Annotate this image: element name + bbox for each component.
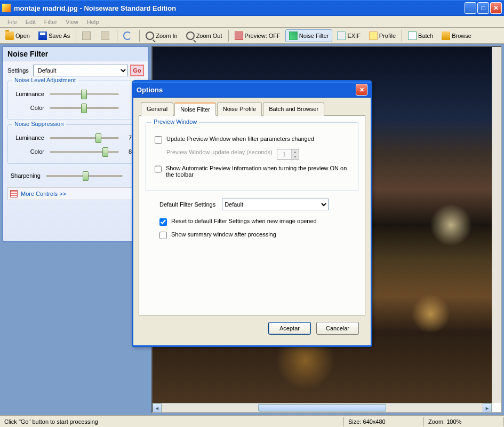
exif-button[interactable]: EXIF <box>333 29 364 42</box>
default-filter-label: Default Filter Settings <box>159 201 215 208</box>
cancel-button[interactable]: Cancelar <box>316 322 359 335</box>
tab-content: Preview Window Update Preview Window whe… <box>139 116 365 315</box>
show-summary-checkbox[interactable] <box>159 232 167 239</box>
spinner-up-icon[interactable]: ▲ <box>291 149 299 154</box>
default-filter-select[interactable]: Default <box>222 199 329 210</box>
undo-icon <box>123 31 132 40</box>
toolbar: Open Save As Zoom In Zoom Out Preview: O… <box>0 28 504 44</box>
status-size: Size: 640x480 <box>344 417 424 426</box>
noise-filter-button[interactable]: Noise Filter <box>285 29 333 42</box>
spinner-down-icon[interactable]: ▼ <box>291 154 299 159</box>
noise-filter-icon <box>289 31 298 40</box>
zoom-out-icon <box>186 31 195 40</box>
dialog-close-button[interactable]: ✕ <box>356 84 367 96</box>
preview-legend: Preview Window <box>151 118 199 125</box>
status-hint: Click "Go" button to start processing <box>0 417 344 426</box>
batch-icon <box>408 31 417 40</box>
statusbar: Click "Go" button to start processing Si… <box>0 415 504 427</box>
auto-preview-info-checkbox[interactable] <box>155 165 162 173</box>
titlebar: montaje madrid.jpg - Noiseware Standard … <box>0 0 504 16</box>
tab-noise-profile[interactable]: Noise Profile <box>217 102 262 116</box>
scroll-thumb[interactable] <box>258 404 387 412</box>
separator <box>117 30 117 42</box>
show-summary-label: Show summary window after processing <box>171 231 276 238</box>
scroll-left-arrow[interactable]: ◄ <box>153 404 162 413</box>
scroll-right-arrow[interactable]: ► <box>483 404 492 413</box>
nl-luminance-slider[interactable] <box>50 89 119 99</box>
menubar: File Edit Filter View Help <box>0 16 504 28</box>
menu-file[interactable]: File <box>3 17 21 27</box>
maximize-button[interactable]: □ <box>477 2 489 14</box>
preview-window-group: Preview Window Update Preview Window whe… <box>146 122 358 191</box>
save-icon <box>38 31 47 40</box>
sharpening-slider[interactable] <box>46 170 123 181</box>
status-zoom: Zoom: 100% <box>424 417 504 426</box>
zoom-in-icon <box>146 31 154 40</box>
app-icon <box>2 4 11 12</box>
color-label: Color <box>11 148 47 155</box>
open-button[interactable]: Open <box>2 29 34 42</box>
update-preview-checkbox[interactable] <box>155 136 162 144</box>
reset-default-label: Reset to default Filter Settings when ne… <box>171 218 317 224</box>
delay-spinner[interactable]: ▲▼ <box>277 149 299 160</box>
noise-level-legend: Noise Level Adjustment <box>12 77 78 83</box>
sharpening-label: Sharpening <box>7 172 44 179</box>
dialog-title: Options <box>137 86 356 94</box>
horizontal-scrollbar[interactable]: ◄ ► <box>153 403 492 412</box>
ns-luminance-slider[interactable] <box>50 132 119 143</box>
exif-icon <box>337 31 346 40</box>
delay-label: Preview Window update delay (seconds) <box>166 149 273 155</box>
settings-select[interactable]: Default <box>33 65 128 76</box>
more-controls-icon <box>10 190 18 197</box>
dialog-titlebar[interactable]: Options ✕ <box>133 82 371 98</box>
ns-color-slider[interactable] <box>50 146 119 157</box>
batch-button[interactable]: Batch <box>404 29 437 42</box>
noise-level-group: Noise Level Adjustment Luminance 0% Colo… <box>7 81 144 120</box>
reset-default-checkbox[interactable] <box>159 218 167 226</box>
luminance-label: Luminance <box>11 135 47 141</box>
tab-general[interactable]: General <box>141 102 173 116</box>
undo-button[interactable] <box>119 29 137 42</box>
panel-title: Noise Filter <box>3 47 148 61</box>
window-title: montaje madrid.jpg - Noiseware Standard … <box>14 4 463 12</box>
zoom-out-button[interactable]: Zoom Out <box>182 29 226 42</box>
separator <box>139 30 140 42</box>
minimize-button[interactable]: _ <box>465 2 476 14</box>
profile-icon <box>369 31 378 40</box>
options-dialog: Options ✕ General Noise Filter Noise Pro… <box>132 80 372 347</box>
menu-edit[interactable]: Edit <box>21 17 40 27</box>
zoom-in-button[interactable]: Zoom In <box>142 29 181 42</box>
nl-color-slider[interactable] <box>50 102 119 113</box>
preview-toggle-button[interactable]: Preview: OFF <box>231 29 284 42</box>
separator <box>228 30 229 42</box>
profile-button[interactable]: Profile <box>365 29 399 42</box>
copy-icon <box>82 31 91 40</box>
save-as-button[interactable]: Save As <box>35 29 74 42</box>
separator <box>402 30 402 42</box>
luminance-label: Luminance <box>11 91 47 97</box>
close-button[interactable]: ✕ <box>490 2 502 14</box>
dialog-tabs: General Noise Filter Noise Profile Batch… <box>139 102 365 116</box>
folder-open-icon <box>5 31 14 40</box>
menu-help[interactable]: Help <box>83 17 103 27</box>
browse-button[interactable]: Browse <box>438 29 475 42</box>
accept-button[interactable]: Aceptar <box>268 322 311 335</box>
preview-icon <box>235 31 243 40</box>
vertical-scrollbar[interactable] <box>492 47 501 403</box>
noise-suppression-group: Noise Suppression Luminance 70% Color 80… <box>7 124 144 164</box>
tab-batch-browser[interactable]: Batch and Browser <box>263 102 324 116</box>
noise-filter-panel: Noise Filter Settings Default Go Noise L… <box>2 46 149 242</box>
color-label: Color <box>11 105 47 111</box>
menu-filter[interactable]: Filter <box>40 17 61 27</box>
more-controls-button[interactable]: More Controls >> <box>7 187 144 200</box>
menu-view[interactable]: View <box>61 17 83 27</box>
copy-button[interactable] <box>78 29 96 42</box>
paste-button[interactable] <box>97 29 115 42</box>
separator <box>76 30 76 42</box>
noise-suppression-legend: Noise Suppression <box>12 121 66 127</box>
go-button[interactable]: Go <box>130 65 144 76</box>
update-preview-label: Update Preview Window when filter parame… <box>166 136 314 142</box>
settings-label: Settings <box>7 67 29 74</box>
delay-input[interactable] <box>277 149 291 159</box>
tab-noise-filter[interactable]: Noise Filter <box>174 102 216 116</box>
